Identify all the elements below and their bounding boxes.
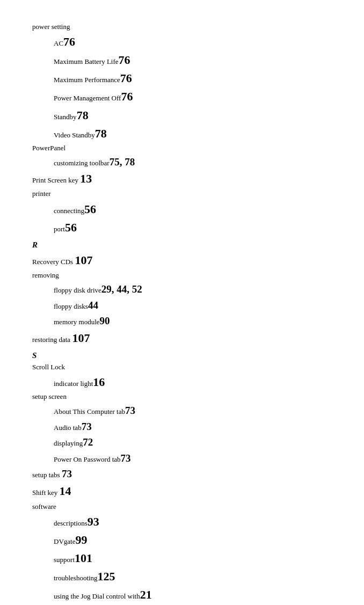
index-content: power settingAC 76Maximum Battery Life 7… [32, 21, 332, 605]
sub-entry-page: 73 [125, 403, 135, 418]
sub-entries-printer: connecting 56port 56 [32, 200, 332, 237]
sub-entry: customizing toolbar 75, 78 [54, 154, 332, 170]
sub-entry-term: Video Standby [54, 130, 95, 141]
entry-powerpanel: PowerPanel [32, 143, 332, 154]
sub-entry-page: 90 [100, 313, 110, 329]
sub-entry-page: 76 [119, 51, 130, 69]
entry-term: removing [32, 271, 59, 279]
sub-entry: AC 76 [54, 33, 332, 51]
entry-page: 107 [72, 331, 90, 345]
sub-entry: About This Computer tab 73 [54, 403, 332, 418]
sub-entry-term: About This Computer tab [54, 406, 125, 417]
entry-printer: printer [32, 188, 332, 199]
sub-entry-page: 93 [88, 513, 99, 531]
entry-setup-screen: setup screen [32, 391, 332, 402]
sub-entries-software: descriptions 93DVgate 99support 101troub… [32, 513, 332, 604]
sub-entry-term: using the Jog Dial control with [54, 591, 140, 602]
sub-entry: indicator light 16 [54, 373, 332, 391]
sub-entries-powerpanel: customizing toolbar 75, 78 [32, 154, 332, 170]
section-letter-r: R [32, 239, 332, 251]
sub-entries-power-setting: AC 76Maximum Battery Life 76Maximum Perf… [32, 33, 332, 143]
sub-entry: port 56 [54, 218, 332, 237]
sub-entries-removing: floppy disk drive 29, 44, 52floppy disks… [32, 281, 332, 329]
sub-entry-term: Standby [54, 112, 77, 122]
sub-entry: floppy disk drive 29, 44, 52 [54, 281, 332, 297]
sub-entries-scroll-lock: indicator light 16 [32, 373, 332, 391]
sub-entry-page: 21 [140, 586, 152, 604]
sub-entry-page: 56 [65, 218, 77, 237]
sub-entry: floppy disks 44 [54, 297, 332, 313]
sub-entry-term: Power Management Off [54, 93, 121, 104]
entry-term: power setting [32, 23, 70, 31]
sub-entry: memory module 90 [54, 313, 332, 329]
sub-entry-page: 76 [63, 33, 75, 51]
sub-entry-term: displaying [54, 438, 83, 449]
sub-entry-term: support [54, 555, 75, 565]
sub-entry: Power Management Off 76 [54, 88, 332, 106]
entry-term: Shift key [32, 489, 60, 497]
entry-page: 107 [75, 253, 92, 267]
sub-entry-term: customizing toolbar [54, 158, 110, 169]
sub-entry-term: floppy disk drive [54, 285, 101, 296]
sub-entry-term: Maximum Performance [54, 75, 120, 85]
entry-software: software [32, 501, 332, 512]
entry-setup-tabs: setup tabs 73 [32, 466, 332, 482]
entry-page: 73 [62, 468, 72, 479]
sub-entry: troubleshooting 125 [54, 567, 332, 586]
sub-entry-page: 78 [95, 125, 107, 143]
sub-entry: connecting 56 [54, 200, 332, 218]
sub-entry-term: Audio tab [54, 422, 82, 433]
entry-term: Scroll Lock [32, 363, 65, 371]
sub-entry: Standby 78 [54, 106, 332, 125]
entry-term: setup tabs [32, 471, 62, 479]
sub-entry-term: DVgate [54, 536, 75, 547]
sub-entry-page: 76 [120, 69, 132, 88]
sub-entry-page: 78 [77, 106, 89, 125]
sub-entry-term: troubleshooting [54, 573, 98, 584]
entry-term: printer [32, 189, 51, 198]
sub-entry-page: 72 [83, 434, 93, 450]
entry-shift-key: Shift key 14 [32, 482, 332, 500]
sub-entry-term: port [54, 224, 65, 235]
sub-entry-page: 44 [88, 297, 98, 313]
sub-entry-page: 56 [84, 200, 96, 218]
sub-entry-page: 73 [121, 450, 131, 466]
sub-entry: displaying 72 [54, 434, 332, 450]
sub-entry: Power On Password tab 73 [54, 450, 332, 466]
sub-entry: descriptions 93 [54, 513, 332, 531]
sub-entry: Maximum Performance 76 [54, 69, 332, 88]
entry-term: Recovery CDs [32, 258, 75, 266]
entry-term: setup screen [32, 392, 67, 400]
sub-entry-page: 75, 78 [110, 154, 135, 170]
entry-scroll-lock: Scroll Lock [32, 362, 332, 373]
sub-entry-term: memory module [54, 317, 100, 327]
page: power settingAC 76Maximum Battery Life 7… [0, 0, 364, 605]
entry-removing: removing [32, 270, 332, 281]
sub-entry: using the Jog Dial control with 21 [54, 586, 332, 604]
entry-page: 13 [80, 172, 92, 185]
sub-entry-term: connecting [54, 206, 84, 216]
entry-recovery-cds: Recovery CDs 107 [32, 251, 332, 269]
entry-page: 14 [60, 484, 71, 498]
sub-entry: DVgate 99 [54, 531, 332, 549]
sub-entry-term: descriptions [54, 518, 88, 529]
sub-entry-term: Maximum Battery Life [54, 56, 119, 67]
sub-entry-term: Power On Password tab [54, 454, 121, 465]
sub-entry-page: 16 [93, 373, 105, 391]
sub-entry-term: indicator light [54, 378, 93, 389]
sub-entry-page: 99 [75, 531, 87, 549]
entry-term: software [32, 502, 56, 511]
entry-restoring-data: restoring data 107 [32, 329, 332, 347]
sub-entry-term: floppy disks [54, 301, 88, 312]
sub-entry: support 101 [54, 549, 332, 567]
entry-term: Print Screen key [32, 176, 80, 184]
sub-entry-page: 76 [121, 88, 133, 106]
sub-entry-page: 125 [98, 567, 115, 586]
sub-entries-setup-screen: About This Computer tab 73Audio tab 73di… [32, 403, 332, 466]
sub-entry-page: 29, 44, 52 [101, 281, 142, 297]
sub-entry: Maximum Battery Life 76 [54, 51, 332, 69]
sub-entry: Video Standby 78 [54, 125, 332, 143]
sub-entry-term: AC [54, 38, 63, 49]
entry-power-setting: power setting [32, 21, 332, 32]
section-letter-s: S [32, 349, 332, 362]
